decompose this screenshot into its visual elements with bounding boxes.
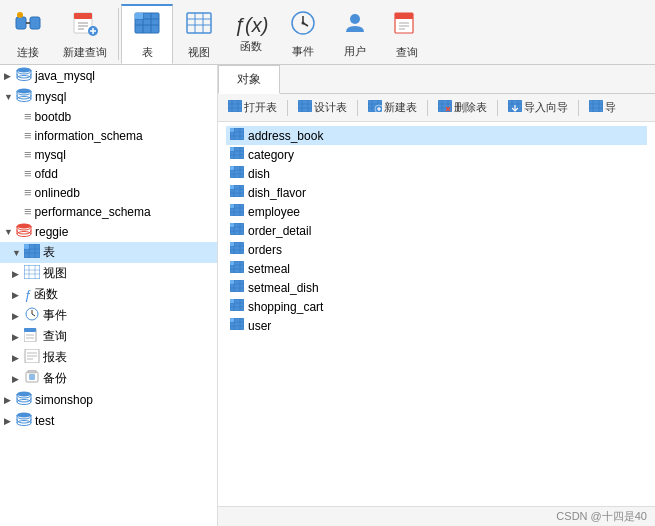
information-schema-icon: ≡ bbox=[24, 128, 32, 143]
table-item-shopping-cart[interactable]: shopping_cart bbox=[226, 297, 647, 316]
tab-objects[interactable]: 对象 bbox=[218, 65, 280, 94]
table-item-icon-category bbox=[230, 147, 244, 162]
import-button[interactable]: 导入向导 bbox=[502, 97, 574, 118]
design-table-label: 设计表 bbox=[314, 100, 347, 115]
table-item-address-book[interactable]: address_book bbox=[226, 126, 647, 145]
table-item-label-dish: dish bbox=[248, 167, 270, 181]
mysql-label: mysql bbox=[35, 90, 66, 104]
sidebar-item-test[interactable]: test bbox=[0, 410, 217, 431]
svg-point-36 bbox=[17, 89, 31, 94]
action-sep5 bbox=[578, 100, 579, 116]
user-icon bbox=[342, 10, 368, 42]
table-item-orders[interactable]: orders bbox=[226, 240, 647, 259]
svg-point-34 bbox=[17, 68, 31, 73]
table-item-employee[interactable]: employee bbox=[226, 202, 647, 221]
action-sep1 bbox=[287, 100, 288, 116]
sidebar-item-ofdd[interactable]: ≡ ofdd bbox=[0, 164, 217, 183]
toolbar-function[interactable]: ƒ(x) 函数 bbox=[225, 4, 277, 64]
sidebar-item-biao[interactable]: 表 bbox=[0, 242, 217, 263]
performance-schema-icon: ≡ bbox=[24, 204, 32, 219]
svg-rect-64 bbox=[28, 370, 36, 373]
open-table-icon bbox=[228, 100, 242, 115]
toolbar-new-query[interactable]: 新建查询 bbox=[54, 4, 116, 64]
chaxun-icon bbox=[24, 328, 40, 345]
svg-rect-0 bbox=[16, 17, 26, 29]
toolbar-connect[interactable]: 连接 bbox=[2, 4, 54, 64]
sidebar-item-chaxun[interactable]: 查询 bbox=[0, 326, 217, 347]
mysql-db-icon bbox=[16, 88, 32, 105]
design-table-button[interactable]: 设计表 bbox=[292, 97, 353, 118]
sidebar-item-reggie[interactable]: reggie bbox=[0, 221, 217, 242]
sidebar-item-java-mysql[interactable]: java_mysql bbox=[0, 65, 217, 86]
test-arrow bbox=[4, 416, 14, 426]
toolbar-query[interactable]: 查询 bbox=[381, 4, 433, 64]
table-item-icon-order-detail bbox=[230, 223, 244, 238]
sidebar-item-simonshop[interactable]: simonshop bbox=[0, 389, 217, 410]
svg-rect-158 bbox=[230, 280, 234, 284]
table-item-icon-setmeal-dish bbox=[230, 280, 244, 295]
table-item-dish[interactable]: dish bbox=[226, 164, 647, 183]
new-table-label: 新建表 bbox=[384, 100, 417, 115]
new-query-label: 新建查询 bbox=[63, 45, 107, 60]
export-icon bbox=[589, 100, 603, 115]
sidebar-item-mysql[interactable]: mysql bbox=[0, 86, 217, 107]
export-button[interactable]: 导 bbox=[583, 97, 622, 118]
table-item-user[interactable]: user bbox=[226, 316, 647, 335]
table-item-setmeal[interactable]: setmeal bbox=[226, 259, 647, 278]
design-table-icon bbox=[298, 100, 312, 115]
sidebar-item-beifen[interactable]: 备份 bbox=[0, 368, 217, 389]
mysql-arrow bbox=[4, 92, 14, 102]
toolbar-user[interactable]: 用户 bbox=[329, 4, 381, 64]
table-item-icon-orders bbox=[230, 242, 244, 257]
chaxun-label: 查询 bbox=[43, 328, 67, 345]
table-item-category[interactable]: category bbox=[226, 145, 647, 164]
toolbar-view[interactable]: 视图 bbox=[173, 4, 225, 64]
sidebar-item-hanshu[interactable]: ƒ 函数 bbox=[0, 284, 217, 305]
content-area: java_mysql mysql bbox=[0, 65, 655, 526]
table-item-icon-address-book bbox=[230, 128, 244, 143]
svg-rect-1 bbox=[30, 17, 40, 29]
main-panel: 对象 打开表 bbox=[218, 65, 655, 526]
reggie-arrow bbox=[4, 227, 14, 237]
sidebar-item-bootdb[interactable]: ≡ bootdb bbox=[0, 107, 217, 126]
sidebar-item-performance-schema[interactable]: ≡ performance_schema bbox=[0, 202, 217, 221]
sidebar-item-baobiao[interactable]: 报表 bbox=[0, 347, 217, 368]
table-item-order-detail[interactable]: order_detail bbox=[226, 221, 647, 240]
delete-table-button[interactable]: 删除表 bbox=[432, 97, 493, 118]
function-icon: ƒ(x) bbox=[234, 14, 268, 37]
new-table-button[interactable]: 新建表 bbox=[362, 97, 423, 118]
java-mysql-arrow bbox=[4, 71, 14, 81]
toolbar-event[interactable]: 事件 bbox=[277, 4, 329, 64]
hanshu-label: 函数 bbox=[34, 286, 58, 303]
svg-point-27 bbox=[302, 21, 305, 24]
svg-rect-69 bbox=[228, 100, 242, 112]
open-table-button[interactable]: 打开表 bbox=[222, 97, 283, 118]
new-table-icon bbox=[368, 100, 382, 115]
biao-arrow bbox=[12, 248, 22, 258]
sidebar-item-mysql-db[interactable]: ≡ mysql bbox=[0, 145, 217, 164]
view-label: 视图 bbox=[188, 45, 210, 60]
simonshop-db-icon bbox=[16, 391, 32, 408]
sidebar-item-shitu[interactable]: 视图 bbox=[0, 263, 217, 284]
svg-rect-45 bbox=[24, 244, 29, 249]
reggie-label: reggie bbox=[35, 225, 68, 239]
table-item-dish-flavor[interactable]: dish_flavor bbox=[226, 183, 647, 202]
java-mysql-db-icon bbox=[16, 67, 32, 84]
view-icon bbox=[185, 9, 213, 43]
svg-rect-63 bbox=[29, 374, 35, 380]
table-item-icon-dish bbox=[230, 166, 244, 181]
connect-icon bbox=[14, 9, 42, 43]
table-item-icon-user bbox=[230, 318, 244, 333]
table-item-setmeal-dish[interactable]: setmeal_dish bbox=[226, 278, 647, 297]
bootdb-icon: ≡ bbox=[24, 109, 32, 124]
table-item-label-dish-flavor: dish_flavor bbox=[248, 186, 306, 200]
sidebar-item-information-schema[interactable]: ≡ information_schema bbox=[0, 126, 217, 145]
toolbar-table[interactable]: 表 bbox=[121, 4, 173, 64]
svg-point-28 bbox=[350, 14, 360, 24]
action-sep3 bbox=[427, 100, 428, 116]
java-mysql-label: java_mysql bbox=[35, 69, 95, 83]
shitu-label: 视图 bbox=[43, 265, 67, 282]
sidebar-item-onlinedb[interactable]: ≡ onlinedb bbox=[0, 183, 217, 202]
beifen-arrow bbox=[12, 374, 22, 384]
sidebar-item-shijian[interactable]: 事件 bbox=[0, 305, 217, 326]
